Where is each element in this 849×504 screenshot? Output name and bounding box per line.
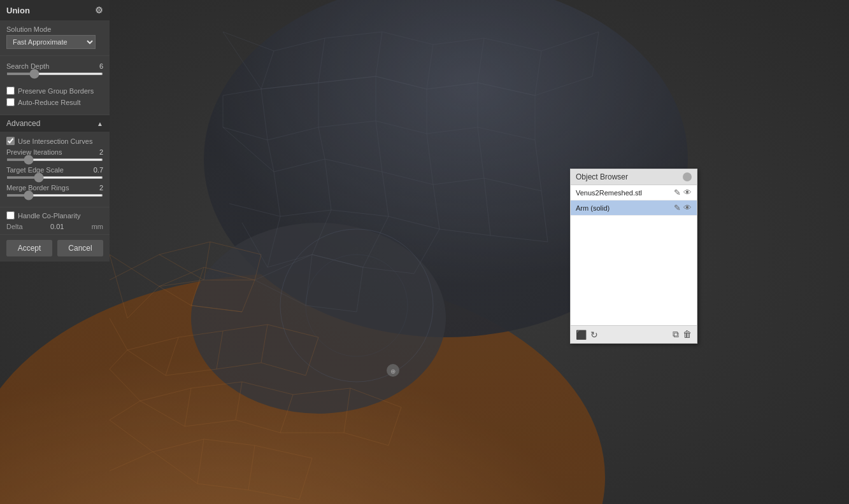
object-browser-footer-right-icons: ⧉ 🗑 bbox=[673, 329, 692, 340]
object-item-edit-icon-0[interactable]: ✎ bbox=[674, 188, 681, 197]
svg-line-59 bbox=[159, 255, 204, 280]
search-depth-section: Search Depth 6 bbox=[0, 57, 110, 85]
object-item-icons-0: ✎ 👁 bbox=[674, 188, 692, 197]
search-depth-slider[interactable] bbox=[6, 73, 103, 75]
object-item-eye-icon-0[interactable]: 👁 bbox=[683, 188, 692, 197]
delta-value: 0.01 bbox=[50, 223, 64, 230]
button-row: Accept Cancel bbox=[0, 234, 110, 262]
object-browser: Object Browser Venus2Remeshed.stl ✎ 👁 Ar… bbox=[570, 169, 697, 344]
viewport: ⊕ bbox=[0, 0, 849, 504]
cube-icon[interactable]: ⬛ bbox=[576, 330, 587, 340]
advanced-label: Advanced bbox=[6, 119, 40, 128]
delta-row: Delta 0.01 mm bbox=[6, 223, 103, 230]
object-browser-footer-icons: ⬛ ↻ bbox=[576, 330, 598, 340]
cancel-button[interactable]: Cancel bbox=[57, 240, 103, 256]
object-browser-item-selected[interactable]: Arm (solid) ✎ 👁 bbox=[571, 200, 697, 216]
copy-icon[interactable]: ⧉ bbox=[673, 329, 679, 340]
handle-coplanarity-label: Handle Co-Planarity bbox=[18, 212, 80, 220]
object-browser-list: Venus2Remeshed.stl ✎ 👁 Arm (solid) ✎ 👁 bbox=[571, 185, 697, 325]
advanced-section: Use Intersection Curves Preview Iteratio… bbox=[0, 132, 110, 207]
object-browser-header: Object Browser bbox=[571, 169, 697, 185]
use-intersection-curves-label: Use Intersection Curves bbox=[18, 137, 92, 145]
handle-coplanarity-section: Handle Co-Planarity Delta 0.01 mm bbox=[0, 207, 110, 234]
advanced-header[interactable]: Advanced ▲ bbox=[0, 115, 110, 132]
auto-reduce-result-label: Auto-Reduce Result bbox=[18, 99, 80, 106]
panel-title: Union bbox=[6, 6, 30, 15]
object-browser-title: Object Browser bbox=[576, 172, 628, 181]
handle-coplanarity-row[interactable]: Handle Co-Planarity bbox=[6, 211, 103, 220]
gear-icon[interactable]: ⚙ bbox=[95, 5, 103, 15]
use-intersection-curves-row[interactable]: Use Intersection Curves bbox=[6, 137, 103, 145]
preview-iterations-slider[interactable] bbox=[6, 158, 103, 161]
delta-unit: mm bbox=[92, 223, 103, 230]
left-panel: Union ⚙ Solution Mode Fast Approximate E… bbox=[0, 0, 110, 262]
preserve-group-borders-checkbox[interactable] bbox=[6, 87, 15, 95]
object-item-icons-1: ✎ 👁 bbox=[674, 203, 692, 213]
trash-icon[interactable]: 🗑 bbox=[683, 329, 692, 340]
preserve-group-borders-label: Preserve Group Borders bbox=[18, 87, 94, 95]
svg-line-55 bbox=[110, 255, 159, 280]
solution-mode-label: Solution Mode bbox=[6, 25, 103, 33]
object-item-name-0: Venus2Remeshed.stl bbox=[576, 189, 674, 197]
handle-coplanarity-checkbox[interactable] bbox=[6, 211, 15, 220]
rotate-icon[interactable]: ↻ bbox=[590, 330, 598, 340]
auto-reduce-result-checkbox[interactable] bbox=[6, 98, 15, 106]
object-browser-footer: ⬛ ↻ ⧉ 🗑 bbox=[571, 325, 697, 343]
solution-mode-select[interactable]: Fast Approximate Exact Quality bbox=[6, 35, 96, 49]
panel-header: Union ⚙ bbox=[0, 0, 110, 20]
mesh-background: ⊕ bbox=[0, 0, 849, 504]
auto-reduce-result-row[interactable]: Auto-Reduce Result bbox=[6, 98, 103, 106]
object-browser-item[interactable]: Venus2Remeshed.stl ✎ 👁 bbox=[571, 185, 697, 200]
object-item-eye-icon-1[interactable]: 👁 bbox=[683, 203, 692, 213]
svg-text:⊕: ⊕ bbox=[390, 368, 396, 375]
object-browser-close-button[interactable] bbox=[683, 172, 692, 181]
svg-point-2 bbox=[191, 223, 446, 414]
divider-1 bbox=[0, 55, 110, 56]
delta-label: Delta bbox=[6, 223, 23, 230]
object-item-edit-icon-1[interactable]: ✎ bbox=[674, 203, 681, 213]
solution-mode-section: Solution Mode Fast Approximate Exact Qua… bbox=[0, 20, 110, 54]
checkboxes-section: Preserve Group Borders Auto-Reduce Resul… bbox=[0, 85, 110, 115]
object-item-name-1: Arm (solid) bbox=[576, 204, 674, 212]
merge-border-rings-slider[interactable] bbox=[6, 194, 103, 197]
svg-line-56 bbox=[159, 242, 210, 255]
accept-button[interactable]: Accept bbox=[6, 240, 52, 256]
use-intersection-curves-checkbox[interactable] bbox=[6, 137, 15, 145]
advanced-arrow-icon: ▲ bbox=[97, 120, 103, 127]
target-edge-scale-slider[interactable] bbox=[6, 176, 103, 179]
preserve-group-borders-row[interactable]: Preserve Group Borders bbox=[6, 87, 103, 95]
